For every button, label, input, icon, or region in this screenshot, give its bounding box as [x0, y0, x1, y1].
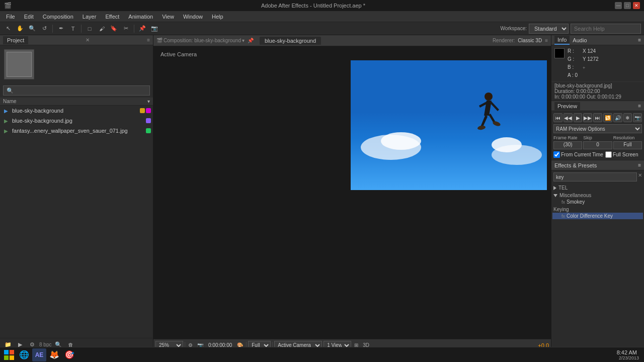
audio-btn[interactable]: 🔊: [613, 113, 622, 122]
tool-zoom[interactable]: 🔍: [27, 24, 37, 34]
tool-rotate[interactable]: ↺: [39, 24, 49, 34]
active-camera-label: Active Camera: [160, 51, 197, 57]
project-tab[interactable]: Project: [3, 36, 28, 44]
effects-tab[interactable]: Effects & Presets: [554, 162, 597, 168]
taskbar-date: 2/23/2013: [617, 355, 639, 360]
tool-stamp[interactable]: 🔖: [109, 24, 119, 34]
running-figure: [466, 90, 507, 141]
start-button[interactable]: [2, 348, 16, 361]
snapshot-btn[interactable]: 📷: [633, 113, 642, 122]
full-screen-checkbox[interactable]: [605, 151, 612, 158]
svg-rect-3: [4, 350, 9, 354]
effects-group-tel-header[interactable]: TEL: [552, 185, 643, 191]
menu-help[interactable]: Help: [208, 13, 227, 21]
resolution-value[interactable]: Full: [613, 141, 642, 149]
menu-view[interactable]: View: [158, 13, 178, 21]
ram-preview-dropdown[interactable]: RAM Preview Options: [553, 124, 642, 133]
col-name-header: Name: [3, 99, 17, 104]
taskbar-ie[interactable]: 🌐: [17, 348, 31, 361]
menu-layer[interactable]: Layer: [78, 13, 101, 21]
go-start-btn[interactable]: ⏮: [553, 113, 562, 122]
effects-item-color-difference-key[interactable]: fx Color Difference Key: [552, 213, 643, 219]
project-item-footage2[interactable]: ▶ fantasy...enery_wallpaper_sven_sauer_0…: [0, 126, 153, 136]
tool-pen[interactable]: ✒: [56, 24, 66, 34]
effects-group-keying-header[interactable]: Keying: [552, 206, 643, 213]
info-panel-menu[interactable]: ≡: [638, 37, 641, 43]
tool-brush[interactable]: 🖌: [97, 24, 107, 34]
comp-canvas: [351, 60, 547, 190]
tool-hand[interactable]: ✋: [15, 24, 25, 34]
skip-value[interactable]: 0: [583, 141, 612, 149]
from-current-checkbox[interactable]: [553, 151, 560, 158]
menu-window[interactable]: Window: [179, 13, 207, 21]
effects-search-input[interactable]: [553, 172, 637, 182]
project-search-input[interactable]: [3, 85, 150, 96]
loop-btn[interactable]: 🔁: [603, 113, 612, 122]
frame-rate-value[interactable]: (30): [553, 141, 582, 149]
workspace-label: Workspace:: [500, 26, 527, 31]
comp-name-tab[interactable]: blue-sky-background: [260, 37, 321, 45]
tool-eraser[interactable]: ✂: [121, 24, 131, 34]
b-value-row: B :: [568, 63, 578, 71]
effects-group-misc-label: Miscellaneous: [559, 193, 591, 198]
project-item-footage1[interactable]: ▶ blue-sky-background.jpg: [0, 116, 153, 126]
menu-effect[interactable]: Effect: [101, 13, 123, 21]
full-screen-label: Full Screen: [613, 152, 638, 157]
comp-path-arrow: ▾: [242, 38, 245, 43]
effects-group-misc-header[interactable]: Miscellaneous: [552, 192, 643, 199]
taskbar-time: 8:42 AM: [617, 349, 637, 355]
tool-text[interactable]: T: [68, 24, 78, 34]
taskbar-firefox[interactable]: 🦊: [47, 348, 61, 361]
effects-header: Effects & Presets ≡: [551, 160, 644, 170]
info-tab[interactable]: Info: [554, 36, 570, 45]
from-current-label: From Current Time: [561, 152, 603, 157]
tool-pin[interactable]: 📌: [137, 24, 147, 34]
menu-animation[interactable]: Animation: [124, 13, 157, 21]
comp-renderer-area: Renderer: Classic 3D ≡: [493, 38, 548, 43]
effects-search-area: ✕: [553, 172, 642, 182]
project-items-list: ▶ blue-sky-background ▶ blue-sky-backgro…: [0, 106, 153, 338]
comp-pin[interactable]: 📌: [248, 38, 254, 43]
info-panel-header: Info Audio ≡: [551, 35, 644, 45]
project-item-comp[interactable]: ▶ blue-sky-background: [0, 106, 153, 116]
color-difference-key-label: Color Difference Key: [567, 213, 613, 219]
composition-panel: 🎬 Composition: blue-sky-background ▾ 📌 b…: [153, 35, 551, 351]
effects-search-clear[interactable]: ✕: [638, 172, 642, 182]
prev-frame-btn[interactable]: ◀◀: [564, 113, 573, 122]
taskbar-app1[interactable]: 🎯: [62, 348, 76, 361]
workspace-selector[interactable]: Standard: [529, 24, 569, 34]
minimize-button[interactable]: —: [615, 2, 622, 9]
resolution-label: Resolution: [613, 135, 642, 140]
menu-file[interactable]: File: [2, 13, 19, 21]
tool-camera[interactable]: 📷: [149, 24, 159, 34]
audio-tab[interactable]: Audio: [570, 36, 590, 44]
tool-rect[interactable]: □: [85, 24, 95, 34]
tool-select[interactable]: ↖: [3, 24, 13, 34]
effects-item-smokey[interactable]: fx Smokey: [552, 199, 643, 205]
play-btn[interactable]: ▶: [574, 113, 583, 122]
info-values: R : G : B : A : 0: [568, 47, 578, 79]
go-end-btn[interactable]: ⏭: [593, 113, 602, 122]
search-help-input[interactable]: [571, 24, 641, 34]
menu-edit[interactable]: Edit: [20, 13, 38, 21]
comp-header-menu[interactable]: ≡: [545, 38, 548, 43]
preview-tab[interactable]: Preview: [554, 102, 580, 110]
effects-group-keying-label: Keying: [553, 207, 569, 212]
y-coord: Y 1272: [583, 55, 599, 63]
taskbar-ae[interactable]: AE: [32, 348, 46, 361]
next-frame-btn[interactable]: ▶▶: [583, 113, 592, 122]
freeze-btn[interactable]: ❄: [623, 113, 632, 122]
menu-composition[interactable]: Composition: [39, 13, 77, 21]
project-panel-menu[interactable]: ≡: [147, 37, 150, 43]
renderer-value[interactable]: Classic 3D: [518, 38, 542, 43]
col-sort-btn[interactable]: ▾: [147, 99, 150, 104]
project-panel-close[interactable]: ✕: [86, 37, 90, 43]
duration-label: Duration: 0:00:02:00: [554, 88, 641, 94]
footage1-badge: [146, 118, 151, 123]
toolbar: ↖ ✋ 🔍 ↺ ✒ T □ 🖌 🔖 ✂ 📌 📷 Workspace: Stand…: [0, 22, 644, 35]
preview-panel-menu[interactable]: ≡: [638, 103, 641, 109]
maximize-button[interactable]: □: [624, 2, 631, 9]
comp-viewer[interactable]: Active Camera: [153, 46, 551, 339]
close-button[interactable]: ✕: [633, 2, 640, 9]
effects-panel-menu[interactable]: ≡: [638, 162, 641, 168]
